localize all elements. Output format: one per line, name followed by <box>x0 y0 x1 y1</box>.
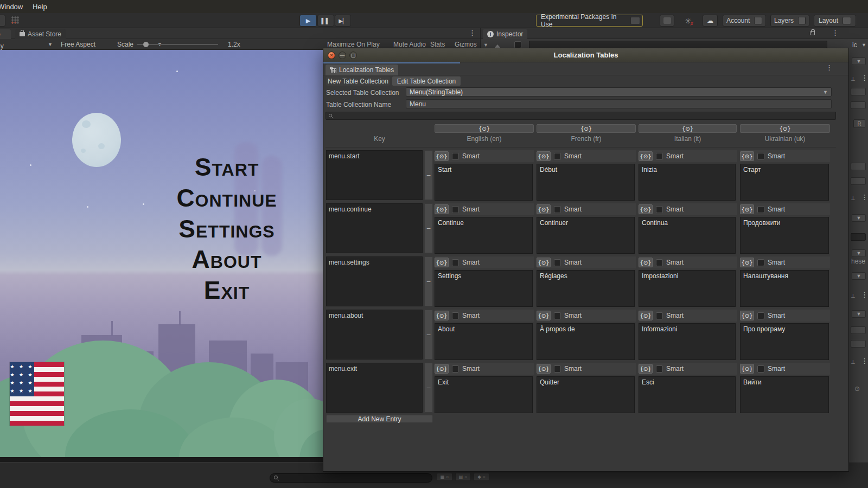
column-header-2[interactable]: French (fr) <box>537 135 636 144</box>
pause-button[interactable]: ▌▌ <box>317 15 334 27</box>
smart-checkbox[interactable] <box>452 153 459 160</box>
cell-metadata-button[interactable]: {⊙} <box>740 151 754 161</box>
cell-metadata-button[interactable]: {⊙} <box>435 364 449 374</box>
layers-dropdown[interactable]: Layers <box>770 15 809 27</box>
cell-metadata-button[interactable]: {⊙} <box>639 364 653 374</box>
tab-game-clipped[interactable]: e <box>0 29 11 39</box>
smart-checkbox[interactable] <box>554 153 561 160</box>
remove-entry-button[interactable]: – <box>424 150 433 200</box>
translation-field[interactable]: Про програму <box>740 323 829 360</box>
translation-field[interactable]: Continuer <box>537 217 635 254</box>
smart-checkbox[interactable] <box>452 206 459 213</box>
cell-metadata-button[interactable]: {⊙} <box>435 311 449 320</box>
remove-entry-button[interactable]: – <box>424 203 433 253</box>
tab-inspector[interactable]: i Inspector <box>483 29 527 39</box>
stats-toggle[interactable]: Stats <box>430 41 445 48</box>
inspector-lock-icon[interactable] <box>810 31 815 35</box>
cell-metadata-button[interactable]: {⊙} <box>740 311 754 320</box>
smart-checkbox[interactable] <box>656 365 663 373</box>
display-dropdown-arrow[interactable]: ▼ <box>48 42 53 47</box>
sliver-field[interactable] <box>851 163 866 170</box>
game-panel-menu-icon[interactable]: ⋮ <box>469 30 476 36</box>
component-menu-icon[interactable]: ⋮ <box>861 195 868 200</box>
inspector-menu-icon[interactable]: ⋮ <box>832 30 839 36</box>
translation-field[interactable]: À propos de <box>537 323 635 360</box>
preset-icon[interactable]: ⊥ <box>851 195 856 201</box>
sliver-dropdown[interactable]: ▼ <box>852 310 866 318</box>
key-cell[interactable]: menu.about <box>326 310 423 359</box>
smart-checkbox[interactable] <box>452 259 459 266</box>
cloud-button[interactable]: ☁ <box>703 15 718 27</box>
key-cell[interactable]: menu.settings <box>326 256 423 306</box>
translation-field[interactable]: Réglages <box>537 270 635 307</box>
column-metadata-button[interactable]: {⊙} <box>435 124 534 133</box>
component-menu-icon[interactable]: ⋮ <box>861 292 868 298</box>
translation-field[interactable]: Continue <box>435 217 533 254</box>
remove-entry-button[interactable]: – <box>424 256 433 306</box>
smart-checkbox[interactable] <box>554 206 561 213</box>
collab-icon[interactable]: ✳✗ <box>682 16 698 26</box>
key-cell[interactable]: menu.start <box>326 150 423 200</box>
step-button[interactable]: ▶▏ <box>335 15 351 27</box>
smart-checkbox[interactable] <box>757 206 764 213</box>
component-menu-icon[interactable]: ⋮ <box>861 358 868 364</box>
target-icon[interactable]: ⊙ <box>854 385 860 393</box>
column-metadata-button[interactable]: {⊙} <box>639 124 737 133</box>
scale-slider-track[interactable] <box>137 44 218 45</box>
sliver-field[interactable] <box>851 88 866 95</box>
translation-field[interactable]: Старт <box>740 164 829 201</box>
cell-metadata-button[interactable]: {⊙} <box>435 258 449 267</box>
menu-help[interactable]: Help <box>33 3 47 11</box>
clipped-tool-button[interactable] <box>0 15 5 27</box>
remove-entry-button[interactable]: – <box>424 310 433 359</box>
column-header-3[interactable]: Italian (it) <box>639 135 737 144</box>
inspector-foldout-arrow[interactable]: ▼ <box>483 42 488 48</box>
remove-entry-button[interactable]: – <box>424 363 433 413</box>
add-new-entry-button[interactable]: Add New Entry <box>326 415 433 423</box>
sliver-field[interactable] <box>851 340 866 348</box>
sliver-field[interactable] <box>851 101 866 109</box>
cell-metadata-button[interactable]: {⊙} <box>435 151 449 161</box>
column-metadata-button[interactable]: {⊙} <box>740 124 830 133</box>
cell-metadata-button[interactable]: {⊙} <box>740 258 754 267</box>
sliver-field[interactable] <box>851 326 866 334</box>
translation-field[interactable]: Continua <box>639 217 736 254</box>
cell-metadata-button[interactable]: {⊙} <box>740 204 754 214</box>
footer-filter-button-2[interactable]: ▤○ <box>455 473 471 481</box>
sliver-dropdown[interactable]: ▼ <box>852 249 866 257</box>
menu-window[interactable]: Window <box>0 3 23 11</box>
mute-audio-toggle[interactable]: Mute Audio <box>393 41 426 48</box>
smart-checkbox[interactable] <box>554 259 561 266</box>
gizmos-dropdown[interactable]: Gizmos <box>455 41 477 48</box>
cell-metadata-button[interactable]: {⊙} <box>639 204 653 214</box>
smart-checkbox[interactable] <box>656 259 663 266</box>
cell-metadata-button[interactable]: {⊙} <box>537 258 551 267</box>
layout-dropdown[interactable]: Layout <box>814 15 856 27</box>
grid-snap-icon[interactable] <box>11 16 20 26</box>
footer-filter-button-3[interactable]: ◆○ <box>474 473 489 481</box>
us-flag-locale-indicator[interactable]: ★ ★ ★ ★ ★ ★ ★ ★ ★ ★ ★ ★ <box>10 362 64 426</box>
preset-icon[interactable]: ⊥ <box>851 359 856 365</box>
cell-metadata-button[interactable]: {⊙} <box>639 151 653 161</box>
account-dropdown[interactable]: Account <box>723 15 766 27</box>
smart-checkbox[interactable] <box>757 312 764 319</box>
translation-field[interactable]: Esci <box>639 376 736 413</box>
cell-metadata-button[interactable]: {⊙} <box>537 204 551 214</box>
smart-checkbox[interactable] <box>757 153 764 160</box>
translation-field[interactable]: Вийти <box>740 376 829 413</box>
sliver-dropdown[interactable]: ▼ <box>852 214 866 222</box>
experimental-packages-badge[interactable]: Experimental Packages In Use <box>536 15 643 27</box>
translation-field[interactable]: Inizia <box>639 164 736 201</box>
cell-metadata-button[interactable]: {⊙} <box>639 258 653 267</box>
translation-field[interactable]: Informazioni <box>639 323 736 360</box>
column-header-key[interactable]: Key <box>326 135 433 144</box>
smart-checkbox[interactable] <box>757 365 764 373</box>
translation-field[interactable]: Settings <box>435 270 533 307</box>
sliver-field[interactable] <box>851 233 866 241</box>
key-cell[interactable]: menu.exit <box>326 363 423 413</box>
footer-filter-button-1[interactable]: ▦○ <box>437 473 452 481</box>
static-dropdown-arrow[interactable]: ▼ <box>861 42 866 48</box>
translation-field[interactable]: Quitter <box>537 376 635 413</box>
translation-field[interactable]: About <box>435 323 533 360</box>
smart-checkbox[interactable] <box>757 259 764 266</box>
